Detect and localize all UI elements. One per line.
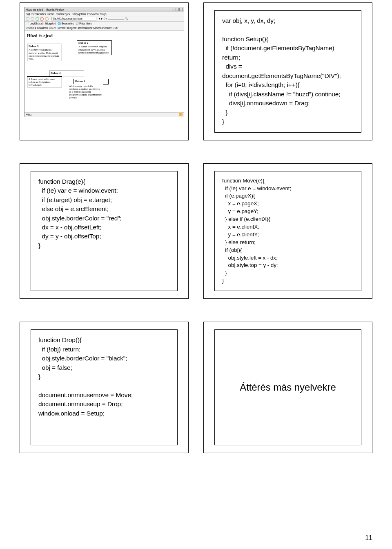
nav-toolbar: file:///C:/huzdesejtsd.html ▾ ▸ G▾ 🔍 (24, 16, 184, 22)
search-box (108, 19, 124, 20)
page-heading: Húzd és ejtsd (27, 33, 181, 38)
slide-drag: function Drag(e){ if (!e) var e = window… (20, 163, 189, 299)
doboz-2: Doboz 2 A Linux elnevezés szigorú értele… (77, 40, 112, 55)
code-setup: var obj, x, y, dx, dy; function Setup(){… (222, 16, 354, 127)
slide-setup: var obj, x, y, dx, dy; function Setup(){… (203, 2, 372, 140)
doboz-3: Doboz 3 A köznyelvben mégis gyakran a te… (27, 44, 62, 61)
code-drag: function Drag(e){ if (!e) var e = window… (38, 177, 170, 251)
stop-icon (40, 17, 44, 21)
status-bar: Kész 📶 (24, 112, 184, 117)
slide-screenshot: Húzd és ejtsd - Mozilla Firefox Fájl Sze… (20, 2, 189, 140)
reload-icon (36, 17, 39, 21)
forward-icon (31, 17, 34, 21)
window-titlebar: Húzd és ejtsd - Mozilla Firefox (24, 7, 184, 12)
page-number: 11 (365, 534, 372, 542)
menu-bar: Fájl Szerkesztés Nézet Előzmények Könyvj… (24, 12, 184, 16)
slide-title-text: Áttérés más nyelvekre (240, 380, 336, 395)
slide-move: function Move(e){ if (!e) var e = window… (203, 163, 372, 299)
slide-drop: function Drop(){ if (!obj) return; obj.s… (20, 322, 189, 453)
home-icon (45, 17, 49, 21)
doboz-1b: A Linux egy operációs rendszer, a szabad… (68, 84, 103, 100)
slide-title: Áttérés más nyelvekre (203, 322, 372, 453)
doboz-4: Doboz 4 (49, 71, 84, 76)
url-bar: file:///C:/huzdesejtsd.html (51, 17, 96, 20)
bookmarks-bar: 📄 Legtöbbször látogatott 🌐 Bevezetés 📰 F… (24, 22, 184, 26)
window-buttons (172, 8, 183, 11)
dev-toolbar: Disable▾ Cookies▾ CSS▾ Forms▾ Images▾ In… (24, 26, 184, 31)
status-icon: 📶 (179, 113, 183, 116)
back-icon (26, 17, 29, 21)
doboz-4b: A Linux pontosabb neve ebben az értelemb… (27, 76, 62, 87)
window-title: Húzd és ejtsd - Mozilla Firefox (26, 8, 64, 11)
code-drop: function Drop(){ if (!obj) return; obj.s… (38, 336, 170, 418)
page-content: Húzd és ejtsd Doboz 3 A köznyelvben mégi… (24, 31, 184, 112)
firefox-window: Húzd és ejtsd - Mozilla Firefox Fájl Sze… (24, 7, 184, 117)
code-move: function Move(e){ if (!e) var e = window… (222, 177, 354, 285)
